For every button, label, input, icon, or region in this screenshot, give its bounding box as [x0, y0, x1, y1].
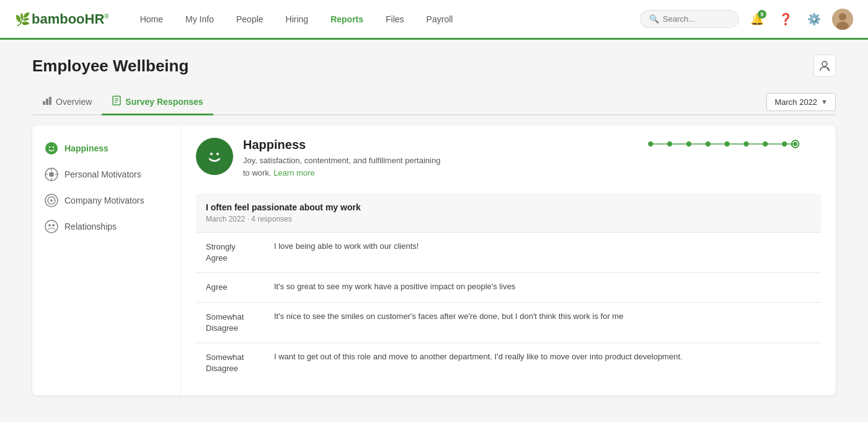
nav-my-info[interactable]: My Info	[174, 0, 225, 40]
avatar[interactable]	[832, 9, 853, 30]
help-icon: ❓	[779, 12, 792, 26]
logo[interactable]: 🌿 bambooHR®	[15, 11, 109, 27]
svg-point-26	[52, 224, 55, 227]
response-text: It's nice to see the smiles on customer'…	[264, 302, 821, 343]
svg-point-35	[743, 141, 748, 146]
question-block: I often feel passionate about my work Ma…	[196, 194, 821, 232]
response-label: Somewhat Disagree	[196, 302, 264, 343]
help-button[interactable]: ❓	[775, 9, 796, 30]
search-input[interactable]	[663, 14, 737, 24]
response-text: I want to get out of this role and move …	[264, 343, 821, 383]
svg-point-27	[210, 153, 213, 155]
settings-button[interactable]: ⚙️	[804, 9, 825, 30]
page-header: Employee Wellbeing	[32, 55, 836, 77]
happiness-description: Joy, satisfaction, contentment, and fulf…	[243, 155, 441, 179]
question-title: I often feel passionate about my work	[206, 202, 811, 212]
top-navigation: 🌿 bambooHR® Home My Info People Hiring R…	[0, 0, 868, 40]
nav-right: 🔍 🔔 9 ❓ ⚙️	[640, 9, 853, 30]
person-filter-button[interactable]	[813, 55, 836, 77]
page-title: Employee Wellbeing	[32, 56, 188, 76]
table-row: Somewhat Disagree I want to get out of t…	[196, 343, 821, 383]
svg-point-12	[45, 142, 58, 155]
sidebar: Happiness Personal Motivators	[32, 125, 181, 395]
response-text: I love being able to work with our clien…	[264, 233, 821, 273]
tab-overview[interactable]: Overview	[32, 89, 102, 115]
tab-row: Overview Survey Responses March 2022 ▼	[32, 89, 836, 115]
svg-point-1	[839, 13, 846, 20]
sidebar-item-personal-motivators[interactable]: Personal Motivators	[32, 161, 180, 187]
sidebar-item-relationships[interactable]: Relationships	[32, 213, 180, 240]
person-icon	[818, 60, 831, 72]
sidebar-item-personal-motivators-label: Personal Motivators	[64, 169, 141, 179]
nav-payroll[interactable]: Payroll	[415, 0, 464, 40]
gear-icon: ⚙️	[807, 12, 821, 26]
nav-hiring[interactable]: Hiring	[275, 0, 320, 40]
svg-point-16	[49, 172, 54, 177]
sidebar-item-company-motivators-label: Company Motivators	[64, 195, 144, 205]
svg-point-28	[216, 153, 219, 155]
response-label: Strongly Agree	[196, 233, 264, 273]
svg-point-14	[53, 146, 54, 148]
tab-overview-label: Overview	[56, 97, 92, 107]
happiness-info: Happiness Joy, satisfaction, contentment…	[243, 138, 441, 179]
responses-table: Strongly Agree I love being able to work…	[196, 232, 821, 383]
chevron-down-icon: ▼	[821, 98, 828, 106]
sidebar-item-relationships-label: Relationships	[64, 222, 117, 231]
relationships-icon	[45, 220, 58, 233]
svg-point-31	[667, 141, 672, 146]
nav-files[interactable]: Files	[374, 0, 415, 40]
svg-rect-7	[49, 97, 51, 105]
svg-point-33	[706, 141, 711, 146]
svg-point-13	[49, 146, 50, 148]
tab-survey-responses[interactable]: Survey Responses	[102, 89, 213, 115]
svg-rect-5	[43, 101, 45, 105]
svg-point-39	[793, 142, 797, 146]
tab-survey-label: Survey Responses	[125, 97, 203, 107]
date-value: March 2022	[774, 97, 817, 107]
nav-people[interactable]: People	[225, 0, 275, 40]
company-motivators-icon	[45, 194, 58, 207]
sidebar-item-happiness-label: Happiness	[64, 143, 108, 153]
table-row: Somewhat Disagree It's nice to see the s…	[196, 302, 821, 343]
response-label: Agree	[196, 273, 264, 302]
logo-text: bambooHR®	[32, 11, 109, 27]
search-box[interactable]: 🔍	[640, 10, 739, 28]
main-content: Happiness Joy, satisfaction, contentment…	[181, 125, 836, 395]
personal-motivators-icon	[45, 168, 58, 181]
table-row: Strongly Agree I love being able to work…	[196, 233, 821, 273]
happiness-emoji-icon	[196, 138, 233, 175]
overview-icon	[42, 96, 52, 107]
sidebar-item-happiness[interactable]: Happiness	[32, 135, 180, 161]
svg-point-37	[782, 141, 787, 146]
learn-more-link[interactable]: Learn more	[273, 168, 314, 177]
svg-point-24	[45, 220, 58, 233]
avatar-icon	[832, 9, 853, 30]
happiness-header: Happiness Joy, satisfaction, contentment…	[196, 138, 821, 179]
tabs: Overview Survey Responses	[32, 89, 213, 114]
svg-point-30	[648, 141, 653, 146]
svg-point-25	[48, 224, 51, 227]
happiness-icon	[45, 141, 58, 155]
response-text: It's so great to see my work have a posi…	[264, 273, 821, 302]
question-meta: March 2022 · 4 responses	[206, 215, 811, 223]
nav-links: Home My Info People Hiring Reports Files…	[129, 0, 640, 38]
sidebar-item-company-motivators[interactable]: Company Motivators	[32, 187, 180, 213]
svg-point-3	[822, 61, 827, 66]
happiness-left: Happiness Joy, satisfaction, contentment…	[196, 138, 441, 179]
svg-point-23	[50, 199, 53, 202]
notification-badge: 9	[758, 10, 766, 19]
page-container: Employee Wellbeing Overview Survey Resp	[12, 40, 856, 410]
timeline-chart	[630, 138, 816, 150]
svg-point-32	[686, 141, 691, 146]
response-label: Somewhat Disagree	[196, 343, 264, 383]
svg-point-34	[725, 141, 730, 146]
notifications-button[interactable]: 🔔 9	[746, 9, 768, 30]
svg-rect-6	[46, 99, 48, 105]
nav-reports[interactable]: Reports	[319, 0, 374, 40]
content-area: Happiness Personal Motivators	[32, 125, 836, 395]
svg-point-36	[763, 141, 768, 146]
logo-leaf-icon: 🌿	[15, 12, 30, 27]
date-selector[interactable]: March 2022 ▼	[766, 93, 836, 111]
nav-home[interactable]: Home	[129, 0, 174, 40]
happiness-title: Happiness	[243, 138, 441, 152]
